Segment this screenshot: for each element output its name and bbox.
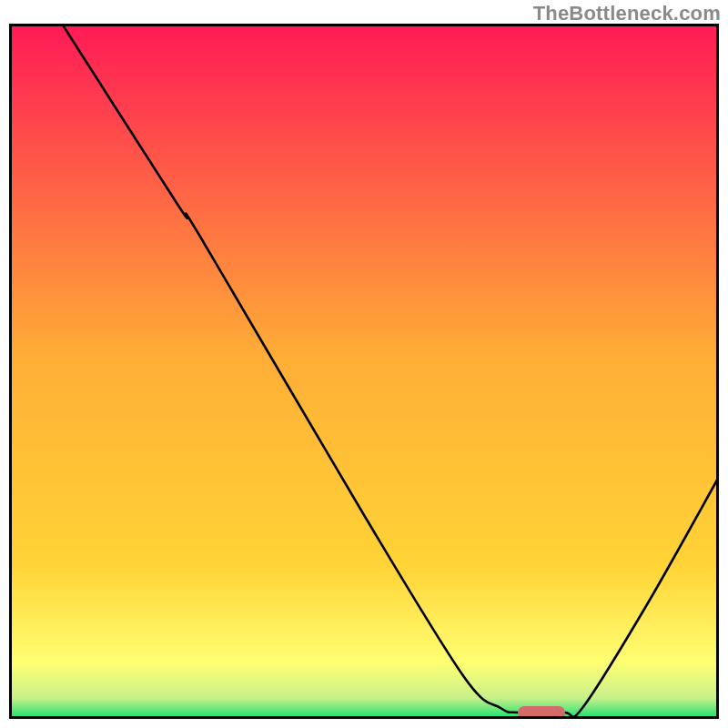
plot-svg bbox=[9, 24, 719, 719]
watermark-text: TheBottleneck.com bbox=[533, 2, 721, 25]
chart-stage: TheBottleneck.com bbox=[0, 0, 728, 728]
gradient-background bbox=[9, 24, 719, 719]
plot-area bbox=[9, 24, 719, 719]
